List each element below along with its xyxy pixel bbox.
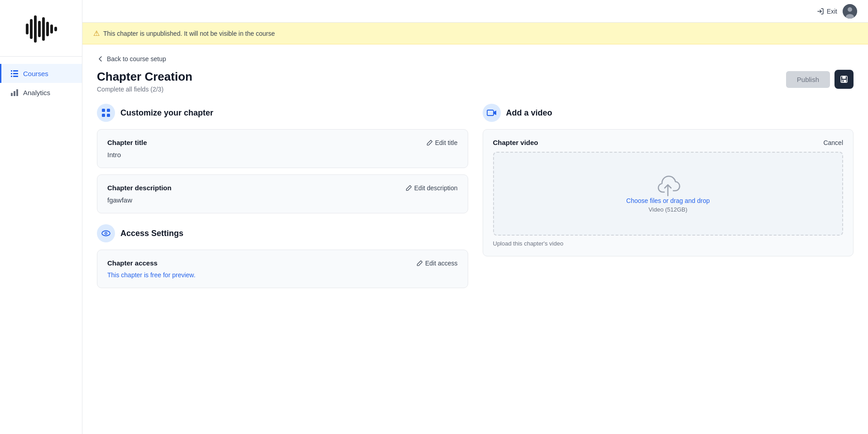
page-title-block: Chapter Creation Complete all fields (2/… (97, 70, 192, 93)
page-subtitle: Complete all fields (2/3) (97, 86, 192, 93)
video-section-icon (483, 104, 501, 122)
svg-rect-22 (842, 80, 846, 82)
svg-point-30 (106, 233, 107, 234)
svg-rect-7 (54, 27, 57, 31)
sidebar-item-label-analytics: Analytics (23, 89, 50, 96)
grid-icon (101, 108, 111, 118)
edit-description-button[interactable]: Edit description (406, 184, 458, 192)
svg-rect-6 (50, 24, 53, 34)
sidebar-logo (0, 0, 82, 57)
avatar-image (843, 4, 857, 19)
page-title-row: Chapter Creation Complete all fields (2/… (97, 70, 854, 93)
edit-access-button[interactable]: Edit access (417, 260, 458, 267)
customize-section-title: Customize your chapter (120, 108, 213, 118)
svg-rect-31 (487, 110, 494, 116)
access-section-title: Access Settings (120, 229, 183, 238)
svg-rect-3 (38, 21, 41, 37)
avatar (843, 4, 857, 19)
chapter-access-value: This chapter is free for preview. (107, 271, 458, 279)
back-link-label: Back to course setup (107, 55, 166, 63)
bar-chart-icon (10, 88, 19, 96)
edit-description-icon (406, 185, 412, 191)
svg-rect-24 (102, 109, 105, 112)
chapter-title-card: Chapter title Edit title Intro (97, 129, 468, 168)
chapter-access-card: Chapter access Edit access This chapter … (97, 250, 468, 288)
svg-rect-27 (107, 114, 110, 117)
video-section-title: Add a video (506, 108, 552, 118)
edit-title-icon (427, 140, 433, 146)
svg-rect-4 (42, 17, 45, 41)
content-area: Back to course setup Chapter Creation Co… (82, 44, 868, 434)
warning-banner: ⚠ This chapter is unpublished. It will n… (82, 23, 868, 44)
access-section-header: Access Settings (97, 224, 468, 242)
access-free: free (150, 271, 161, 279)
sidebar-navigation: Courses Analytics (0, 57, 82, 109)
right-column: Add a video Chapter video Cancel (483, 104, 854, 294)
chapter-description-card: Chapter description Edit description fga… (97, 174, 468, 213)
warning-text: This chapter is unpublished. It will not… (103, 30, 275, 37)
svg-point-18 (848, 7, 852, 12)
left-column: Customize your chapter Chapter title Edi… (97, 104, 468, 294)
chapter-video-label: Chapter video (493, 139, 538, 146)
save-button[interactable] (834, 70, 854, 89)
exit-button[interactable]: Exit (817, 8, 837, 15)
svg-rect-8 (11, 70, 12, 72)
access-middle: for (161, 271, 172, 279)
edit-access-label: Edit access (425, 260, 458, 267)
svg-rect-13 (13, 76, 18, 77)
video-icon (487, 108, 497, 118)
two-column-layout: Customize your chapter Chapter title Edi… (82, 100, 868, 309)
back-arrow-icon (97, 55, 104, 63)
chapter-title-label: Chapter title (107, 139, 147, 146)
publish-button[interactable]: Publish (786, 71, 830, 88)
access-icon (97, 224, 115, 242)
sidebar-item-analytics[interactable]: Analytics (0, 83, 82, 102)
chapter-description-value: fgawfaw (107, 196, 458, 204)
svg-rect-1 (30, 19, 33, 39)
video-card-header: Chapter video Cancel (493, 139, 844, 146)
svg-rect-26 (102, 114, 105, 117)
cancel-button[interactable]: Cancel (823, 139, 843, 146)
eye-icon (101, 228, 111, 238)
sidebar: Courses Analytics (0, 0, 82, 434)
video-upload-dropzone[interactable]: Choose files or drag and drop Video (512… (493, 152, 844, 236)
svg-rect-11 (13, 73, 18, 74)
video-section-header: Add a video (483, 104, 854, 122)
chapter-description-label: Chapter description (107, 184, 172, 192)
brand-logo-icon (23, 11, 59, 47)
svg-rect-23 (843, 80, 844, 82)
svg-rect-0 (26, 24, 29, 34)
svg-rect-21 (842, 76, 846, 79)
access-suffix: . (194, 271, 196, 279)
edit-access-icon (417, 260, 423, 266)
svg-rect-10 (11, 73, 12, 74)
chapter-description-card-header: Chapter description Edit description (107, 184, 458, 192)
sidebar-item-label-courses: Courses (23, 70, 48, 77)
main-content: Exit ⚠ This chapter is unpublished. It w… (82, 0, 868, 434)
exit-icon (817, 8, 824, 15)
chapter-video-card: Chapter video Cancel Choose files or dra… (483, 129, 854, 256)
edit-title-button[interactable]: Edit title (427, 139, 458, 146)
upload-hint: Video (512GB) (648, 206, 687, 213)
chapter-title-value: Intro (107, 151, 458, 159)
chapter-access-label: Chapter access (107, 259, 158, 267)
svg-rect-16 (16, 89, 18, 96)
upload-cloud-icon (655, 174, 681, 197)
upload-footer: Upload this chapter's video (493, 240, 844, 247)
chapter-access-card-header: Chapter access Edit access (107, 259, 458, 267)
access-preview: preview (172, 271, 193, 279)
page-header: Back to course setup Chapter Creation Co… (82, 44, 868, 100)
svg-rect-15 (14, 91, 15, 96)
edit-title-label: Edit title (435, 139, 458, 146)
svg-rect-2 (34, 15, 37, 43)
list-icon (10, 69, 19, 77)
sidebar-item-courses[interactable]: Courses (0, 64, 82, 83)
exit-label: Exit (827, 8, 837, 15)
topbar: Exit (82, 0, 868, 23)
upload-link[interactable]: Choose files or drag and drop (626, 197, 710, 204)
customize-section-header: Customize your chapter (97, 104, 468, 122)
back-link[interactable]: Back to course setup (97, 55, 854, 63)
access-prefix: This chapter is (107, 271, 150, 279)
warning-icon: ⚠ (93, 29, 100, 38)
publish-area: Publish (786, 70, 854, 89)
